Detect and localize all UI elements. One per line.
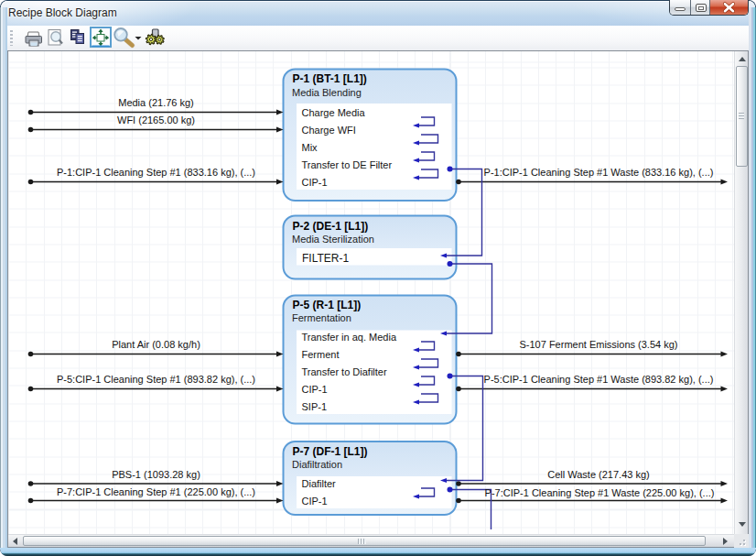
svg-text:CIP-1: CIP-1 xyxy=(302,177,328,188)
svg-text:CIP-1: CIP-1 xyxy=(302,496,328,507)
svg-text:Media Blending: Media Blending xyxy=(292,87,362,98)
svg-text:S-107 Ferment Emissions (3.54: S-107 Ferment Emissions (3.54 kg) xyxy=(519,339,677,350)
svg-text:P-1 (BT-1 [L1]): P-1 (BT-1 [L1]) xyxy=(293,72,367,85)
svg-text:P-1:CIP-1 Cleaning Step #1 Was: P-1:CIP-1 Cleaning Step #1 Waste (833.16… xyxy=(484,167,714,178)
svg-text:P-7:CIP-1 Cleaning Step #1 Was: P-7:CIP-1 Cleaning Step #1 Waste (225.00… xyxy=(485,487,715,498)
svg-text:CIP-1: CIP-1 xyxy=(302,384,328,395)
svg-text:P-2 (DE-1 [L1]): P-2 (DE-1 [L1]) xyxy=(293,220,369,233)
svg-text:Charge Media: Charge Media xyxy=(302,107,366,118)
svg-text:Diafiltration: Diafiltration xyxy=(292,459,342,470)
svg-text:P-5:CIP-1 Cleaning Step #1 (89: P-5:CIP-1 Cleaning Step #1 (893.82 kg), … xyxy=(57,374,255,385)
svg-text:PBS-1 (1093.28 kg): PBS-1 (1093.28 kg) xyxy=(112,469,200,480)
svg-text:P-7 (DF-1 [L1]): P-7 (DF-1 [L1]) xyxy=(293,445,368,458)
svg-text:Media Sterilization: Media Sterilization xyxy=(292,234,374,245)
svg-text:Diafilter: Diafilter xyxy=(302,478,337,489)
svg-text:Transfer to DE Filter: Transfer to DE Filter xyxy=(302,159,393,170)
svg-text:Cell Waste (217.43 kg): Cell Waste (217.43 kg) xyxy=(547,469,649,480)
svg-text:Fermentation: Fermentation xyxy=(292,312,351,323)
svg-text:FILTER-1: FILTER-1 xyxy=(302,252,349,265)
svg-text:Mix: Mix xyxy=(302,142,319,153)
svg-text:SIP-1: SIP-1 xyxy=(302,401,328,412)
svg-text:Charge WFI: Charge WFI xyxy=(302,125,356,136)
svg-text:Plant Air (0.08 kg/h): Plant Air (0.08 kg/h) xyxy=(112,339,200,350)
svg-text:Transfer to Diafilter: Transfer to Diafilter xyxy=(302,366,387,377)
svg-text:P-5:CIP-1 Cleaning Step #1 Was: P-5:CIP-1 Cleaning Step #1 Waste (893.82… xyxy=(484,374,714,385)
svg-text:P-7:CIP-1 Cleaning Step #1 (22: P-7:CIP-1 Cleaning Step #1 (225.00 kg), … xyxy=(57,486,255,497)
svg-text:P-5 (R-1 [L1]): P-5 (R-1 [L1]) xyxy=(293,299,362,311)
svg-text:P-1:CIP-1 Cleaning Step #1 (83: P-1:CIP-1 Cleaning Step #1 (833.16 kg), … xyxy=(57,167,255,178)
svg-text:Media (21.76 kg): Media (21.76 kg) xyxy=(118,97,194,108)
svg-text:WFI (2165.00 kg): WFI (2165.00 kg) xyxy=(117,114,195,125)
svg-text:Ferment: Ferment xyxy=(302,349,340,360)
svg-text:Transfer in aq. Media: Transfer in aq. Media xyxy=(302,332,397,343)
